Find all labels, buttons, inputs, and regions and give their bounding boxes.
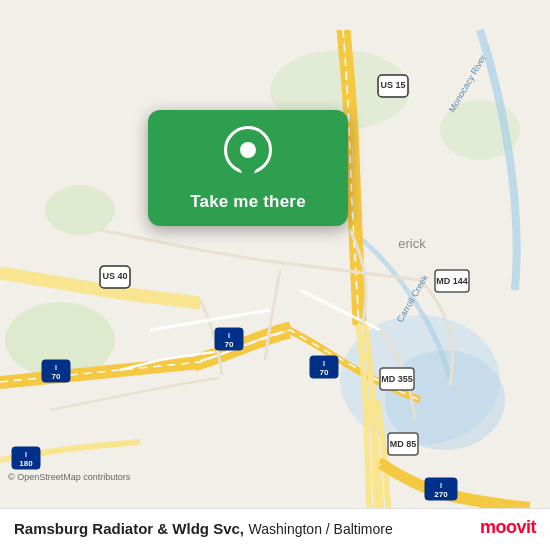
location-label: Washington / Baltimore xyxy=(249,521,393,537)
map-attribution: © OpenStreetMap contributors xyxy=(8,472,130,482)
svg-text:MD 144: MD 144 xyxy=(436,276,468,286)
moovit-text: moovit xyxy=(480,517,536,538)
svg-text:70: 70 xyxy=(225,340,234,349)
svg-text:US 15: US 15 xyxy=(380,80,405,90)
svg-text:70: 70 xyxy=(52,372,61,381)
svg-text:I: I xyxy=(228,332,230,339)
svg-text:I: I xyxy=(323,360,325,367)
svg-text:MD 355: MD 355 xyxy=(381,374,413,384)
location-pin-icon xyxy=(224,126,272,174)
svg-text:MD 85: MD 85 xyxy=(390,439,417,449)
popup-card[interactable]: Take me there xyxy=(148,110,348,226)
svg-text:70: 70 xyxy=(320,368,329,377)
svg-text:US 40: US 40 xyxy=(102,271,127,281)
bottom-bar: Ramsburg Radiator & Wldg Svc, Washington… xyxy=(0,508,550,551)
svg-text:I: I xyxy=(440,482,442,489)
svg-text:erick: erick xyxy=(398,236,426,251)
svg-text:I: I xyxy=(25,451,27,458)
moovit-logo: moovit xyxy=(480,517,536,538)
popup-label: Take me there xyxy=(190,192,306,212)
svg-text:270: 270 xyxy=(434,490,448,499)
svg-point-5 xyxy=(45,185,115,235)
svg-text:180: 180 xyxy=(19,459,33,468)
business-name: Ramsburg Radiator & Wldg Svc, xyxy=(14,520,244,537)
map-container: US 15 US 40 I 70 I 70 I 70 MD 355 MD 85 … xyxy=(0,0,550,550)
map-svg: US 15 US 40 I 70 I 70 I 70 MD 355 MD 85 … xyxy=(0,0,550,550)
svg-text:I: I xyxy=(55,364,57,371)
